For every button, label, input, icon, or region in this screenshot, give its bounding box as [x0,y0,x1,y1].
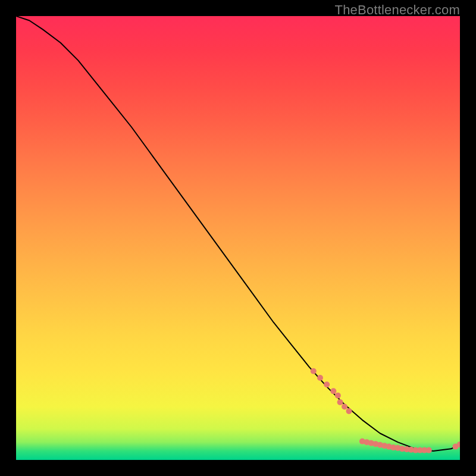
watermark-label: TheBottlenecker.com [335,2,460,18]
series-curve [16,16,460,451]
marker-segment-a [337,399,343,405]
marker-segment-a [342,403,347,409]
marker-segment-a [346,408,352,414]
chart-svg [16,16,460,460]
marker-segment-a [330,388,336,394]
marker-segment-a [311,368,317,374]
chart-frame: TheBottlenecker.com [0,0,476,476]
marker-segment-a [317,375,323,381]
plot-area [16,16,460,460]
marker-segment-a [324,381,330,387]
curve-layer [16,16,460,451]
marker-segment-a [335,393,341,399]
markers-layer [311,368,460,453]
marker-segment-b [426,447,432,453]
